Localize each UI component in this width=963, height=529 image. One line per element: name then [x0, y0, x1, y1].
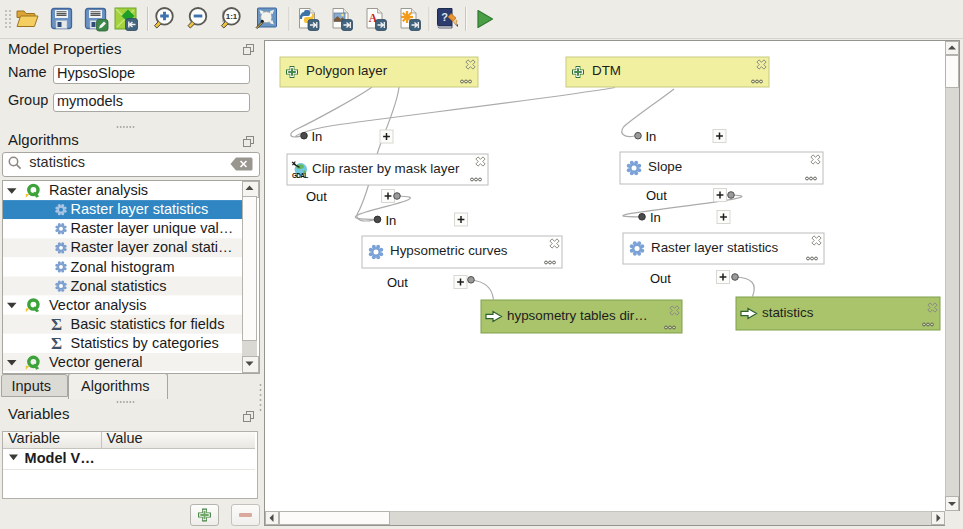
svg-text:Vector general: Vector general — [49, 354, 143, 370]
svg-text:Raster layer unique val…: Raster layer unique val… — [71, 220, 234, 236]
svg-text:Out: Out — [650, 271, 671, 286]
svg-text:hypsometry tables dir…: hypsometry tables dir… — [507, 308, 648, 323]
svg-text:GDAL: GDAL — [292, 172, 308, 179]
svg-text:Clip raster by mask layer: Clip raster by mask layer — [312, 161, 460, 176]
svg-text:Hypsometric curves: Hypsometric curves — [390, 243, 508, 258]
svg-text:Out: Out — [646, 188, 667, 203]
svg-text:Vector analysis: Vector analysis — [49, 297, 147, 313]
svg-text:Zonal histogram: Zonal histogram — [71, 259, 175, 275]
svg-text:Basic statistics for fields: Basic statistics for fields — [71, 316, 225, 332]
svg-text:?: ? — [441, 11, 448, 23]
svg-text:In: In — [386, 213, 397, 228]
svg-text:Slope: Slope — [648, 159, 682, 174]
svg-text:Statistics by categories: Statistics by categories — [71, 335, 219, 351]
svg-text:Raster layer statistics: Raster layer statistics — [651, 240, 779, 255]
svg-text:1:1: 1:1 — [226, 12, 238, 21]
svg-text:In: In — [650, 210, 661, 225]
svg-text:statistics: statistics — [762, 305, 814, 320]
svg-text:DTM: DTM — [592, 63, 621, 78]
svg-text:In: In — [646, 129, 657, 144]
svg-text:In: In — [312, 129, 323, 144]
svg-text:Out: Out — [387, 275, 408, 290]
svg-text:Raster analysis: Raster analysis — [49, 182, 148, 198]
svg-text:Σ: Σ — [51, 315, 62, 334]
svg-text:Σ: Σ — [51, 334, 62, 353]
svg-text:Polygon layer: Polygon layer — [306, 63, 388, 78]
svg-text:Raster layer zonal stati…: Raster layer zonal stati… — [71, 239, 233, 255]
svg-text:Out: Out — [306, 189, 327, 204]
svg-text:Raster layer statistics: Raster layer statistics — [71, 201, 209, 217]
svg-text:Zonal statistics: Zonal statistics — [71, 278, 167, 294]
